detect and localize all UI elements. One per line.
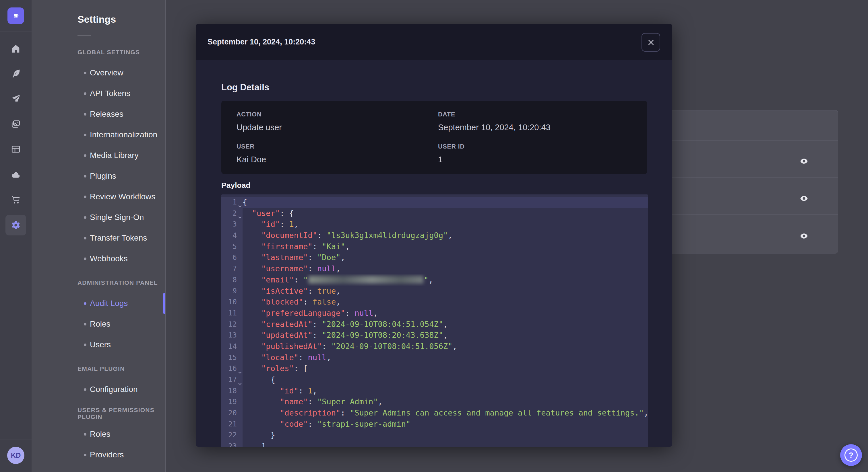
- settings-nav-tile[interactable]: [5, 215, 26, 235]
- subnav-item-releases[interactable]: Releases: [32, 104, 165, 125]
- detail-value: 1: [438, 155, 465, 164]
- code-line: 19 "name": "Super Admin",: [221, 396, 648, 407]
- code-line: 23 ]: [221, 441, 648, 447]
- code-text: "roles": [: [243, 363, 648, 374]
- subnav-item-label: Providers: [90, 450, 124, 460]
- bullet-icon: [84, 92, 86, 95]
- code-line: 16 "roles": [: [221, 363, 648, 374]
- eye-icon[interactable]: [797, 229, 811, 243]
- subnav-section-label: EMAIL PLUGIN: [32, 359, 165, 379]
- code-line: 9 "isActive": true,: [221, 285, 648, 297]
- subnav-item-configuration[interactable]: Configuration: [32, 379, 165, 400]
- detail-action: ACTION Update user: [237, 111, 282, 132]
- subnav-item-providers[interactable]: Providers: [32, 444, 165, 465]
- code-line: 3 "id": 1,: [221, 219, 648, 230]
- code-line: 18 "id": 1,: [221, 385, 648, 397]
- paper-plane-icon[interactable]: [0, 89, 32, 109]
- avatar[interactable]: KD: [7, 447, 24, 464]
- bullet-icon: [84, 302, 86, 305]
- content-manager-icon[interactable]: [0, 139, 32, 160]
- subnav-item-review-workflows[interactable]: Review Workflows: [32, 187, 165, 207]
- payload-json-editor[interactable]: 1{2 "user": {3 "id": 1,4 "documentId": "…: [221, 194, 648, 447]
- detail-user: USER Kai Doe: [237, 143, 266, 164]
- eye-icon[interactable]: [797, 191, 811, 206]
- line-number: 18: [221, 385, 243, 397]
- code-text: "id": 1,: [243, 385, 648, 397]
- line-number: 10: [221, 297, 243, 308]
- detail-value: Kai Doe: [237, 155, 266, 164]
- close-button[interactable]: [642, 33, 660, 52]
- strapi-logo[interactable]: [7, 7, 24, 24]
- code-text: "preferedLanguage": null,: [243, 308, 648, 319]
- subnav-item-overview[interactable]: Overview: [32, 63, 165, 83]
- detail-user-id: USER ID 1: [438, 143, 465, 164]
- code-line: 20 "description": "Super Admins can acce…: [221, 407, 648, 419]
- subnav-item-label: Users: [90, 340, 111, 349]
- subnav-item-webhooks[interactable]: Webhooks: [32, 248, 165, 269]
- subnav-section-label: USERS & PERMISSIONS PLUGIN: [32, 403, 165, 424]
- subnav-item-plugins[interactable]: Plugins: [32, 166, 165, 187]
- gear-icon: [10, 220, 21, 231]
- code-line: 6 "lastname": "Doe",: [221, 252, 648, 263]
- bullet-icon: [84, 258, 86, 260]
- code-text: "description": "Super Admins can access …: [243, 407, 648, 419]
- bullet-icon: [84, 323, 86, 326]
- eye-icon[interactable]: [797, 154, 811, 169]
- question-mark-icon: ?: [844, 448, 858, 462]
- subnav-item-users[interactable]: Users: [32, 334, 165, 355]
- avatar-initials: KD: [11, 451, 21, 460]
- subnav-item-label: Plugins: [90, 171, 116, 181]
- bullet-icon: [84, 72, 86, 74]
- modal-body: Log Details ACTION Update user DATE Sept…: [196, 60, 672, 447]
- subnav-item-media-library[interactable]: Media Library: [32, 145, 165, 166]
- sidebar-footer-divider: [0, 440, 32, 440]
- detail-date: DATE September 10, 2024, 10:20:43: [438, 111, 551, 132]
- line-number: 17: [221, 374, 243, 385]
- subnav-item-label: Configuration: [90, 385, 138, 394]
- subnav-item-label: Roles: [90, 430, 111, 439]
- code-text: "user": {: [243, 208, 648, 219]
- line-number: 8: [221, 274, 243, 285]
- line-number: 2: [221, 208, 243, 219]
- log-details-card: ACTION Update user DATE September 10, 20…: [221, 101, 647, 174]
- code-line: 7 "username": null,: [221, 263, 648, 274]
- bullet-icon: [84, 196, 86, 198]
- code-line: 2 "user": {: [221, 208, 648, 219]
- bullet-icon: [84, 343, 86, 346]
- subnav-item-label: API Tokens: [90, 89, 130, 98]
- subnav-item-roles[interactable]: Roles: [32, 424, 165, 444]
- code-line: 11 "preferedLanguage": null,: [221, 308, 648, 319]
- subnav-item-label: Single Sign-On: [90, 213, 144, 222]
- media-library-icon[interactable]: [0, 114, 32, 135]
- cart-icon[interactable]: [0, 189, 32, 210]
- subnav-item-api-tokens[interactable]: API Tokens: [32, 83, 165, 104]
- subnav-item-audit-logs[interactable]: Audit Logs: [32, 293, 165, 314]
- cloud-icon[interactable]: [0, 165, 32, 185]
- line-number: 7: [221, 263, 243, 274]
- subnav-item-single-sign-on[interactable]: Single Sign-On: [32, 207, 165, 228]
- line-number: 15: [221, 352, 243, 363]
- feather-icon[interactable]: [0, 63, 32, 84]
- code-line: 4 "documentId": "ls3uk3g1xm4ltdrdugzajg0…: [221, 230, 648, 241]
- strapi-logo-icon: [11, 11, 20, 20]
- home-icon[interactable]: [0, 38, 32, 59]
- code-line: 13 "updatedAt": "2024-09-10T08:20:43.638…: [221, 330, 648, 341]
- code-line: 8 "email": "",: [221, 274, 648, 285]
- subnav-item-internationalization[interactable]: Internationalization: [32, 125, 165, 145]
- line-number: 16: [221, 363, 243, 374]
- help-button[interactable]: ?: [840, 444, 862, 466]
- subnav-item-roles[interactable]: Roles: [32, 314, 165, 334]
- page-title: Settings: [78, 14, 116, 25]
- app-sidebar: KD: [0, 0, 32, 472]
- code-text: ]: [243, 441, 648, 447]
- code-text: "blocked": false,: [243, 297, 648, 308]
- bullet-icon: [84, 175, 86, 177]
- subnav-item-label: Overview: [90, 68, 123, 77]
- code-text: "locale": null,: [243, 352, 648, 363]
- close-icon: [647, 39, 655, 46]
- detail-label: ACTION: [237, 111, 282, 118]
- line-number: 23: [221, 441, 243, 447]
- subnav-item-label: Transfer Tokens: [90, 233, 147, 243]
- subnav-item-label: Roles: [90, 319, 111, 329]
- subnav-item-transfer-tokens[interactable]: Transfer Tokens: [32, 228, 165, 248]
